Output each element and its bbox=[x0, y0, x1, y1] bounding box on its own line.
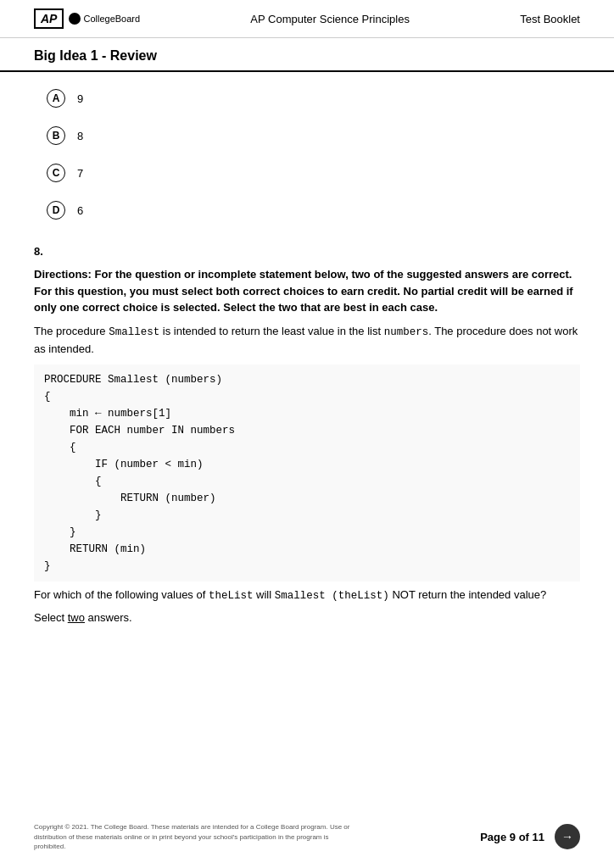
doc-type: Test Booklet bbox=[520, 13, 580, 25]
arrow-icon: → bbox=[561, 830, 573, 843]
choice-circle-a[interactable]: A bbox=[47, 89, 65, 108]
intro-mono-numbers: numbers bbox=[384, 326, 429, 338]
question-number: 8. bbox=[34, 245, 580, 258]
intro-text-2: is intended to return the least value in… bbox=[159, 325, 384, 337]
question-footer: For which of the following values of the… bbox=[34, 587, 580, 604]
choice-value-a: 9 bbox=[77, 92, 83, 105]
section-title: Big Idea 1 - Review bbox=[0, 38, 614, 72]
choice-letter-d: D bbox=[53, 204, 60, 216]
directions-text: Directions: For the question or incomple… bbox=[34, 266, 580, 316]
copyright-text: Copyright © 2021. The College Board. The… bbox=[34, 822, 356, 851]
next-page-button[interactable]: → bbox=[555, 824, 580, 849]
course-title: AP Computer Science Principles bbox=[250, 13, 410, 25]
choice-circle-b[interactable]: B bbox=[47, 126, 65, 145]
question-intro: The procedure Smallest is intended to re… bbox=[34, 323, 580, 359]
collegeboard-logo: CollegeBoard bbox=[69, 13, 140, 25]
choice-circle-c[interactable]: C bbox=[47, 164, 65, 182]
choice-circle-d[interactable]: D bbox=[47, 201, 65, 220]
choice-a[interactable]: A 9 bbox=[47, 89, 567, 108]
page-footer: Copyright © 2021. The College Board. The… bbox=[0, 822, 614, 851]
cb-circle-icon bbox=[69, 13, 81, 25]
intro-mono-smallest: Smallest bbox=[109, 326, 159, 338]
choice-c[interactable]: C 7 bbox=[47, 164, 567, 182]
directions-bold: Directions: For the question or incomple… bbox=[34, 268, 573, 314]
footer-text-3: NOT return the intended value? bbox=[389, 588, 547, 601]
select-label: Select bbox=[34, 611, 68, 624]
select-instruction: Select two answers. bbox=[34, 609, 580, 627]
select-suffix: answers. bbox=[85, 611, 132, 624]
page-header: AP CollegeBoard AP Computer Science Prin… bbox=[0, 0, 614, 38]
choice-b[interactable]: B 8 bbox=[47, 126, 567, 145]
ap-logo: AP bbox=[34, 8, 64, 29]
answer-choices-area: A 9 B 8 C 7 D 6 bbox=[0, 89, 614, 220]
footer-text-1: For which of the following values of bbox=[34, 588, 209, 601]
ap-text: AP bbox=[41, 12, 57, 25]
footer-mono-thelist: theList bbox=[209, 590, 254, 602]
footer-right: Page 9 of 11 → bbox=[480, 824, 580, 849]
collegeboard-label: CollegeBoard bbox=[83, 14, 140, 24]
choice-letter-c: C bbox=[53, 167, 60, 179]
footer-mono-smallest-thelist: Smallest (theList) bbox=[275, 590, 389, 602]
select-underline: two bbox=[68, 611, 85, 624]
choice-value-d: 6 bbox=[77, 204, 83, 217]
intro-text-1: The procedure bbox=[34, 325, 109, 337]
logo-area: AP CollegeBoard bbox=[34, 8, 140, 29]
choice-letter-a: A bbox=[53, 92, 60, 104]
choice-value-b: 8 bbox=[77, 130, 83, 142]
page-number: Page 9 of 11 bbox=[480, 831, 544, 843]
choice-value-c: 7 bbox=[77, 167, 83, 180]
choice-letter-b: B bbox=[53, 130, 60, 142]
footer-text-2: will bbox=[253, 588, 274, 601]
code-block: PROCEDURE Smallest (numbers) { min ← num… bbox=[34, 364, 580, 581]
choice-d[interactable]: D 6 bbox=[47, 201, 567, 220]
question-8: 8. Directions: For the question or incom… bbox=[0, 245, 614, 627]
